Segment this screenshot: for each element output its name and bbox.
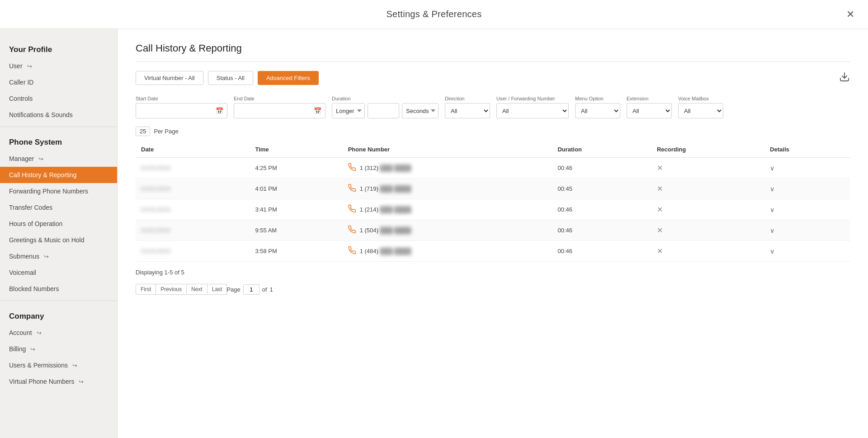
calendar-icon[interactable]: 📅 (216, 107, 223, 114)
advanced-filters-button[interactable]: Advanced Filters (258, 71, 319, 85)
chevron-down-icon[interactable]: ∨ (770, 185, 774, 193)
voice-mailbox-select[interactable]: All (678, 103, 723, 118)
phone-system-section-title: Phone System (0, 131, 117, 151)
sidebar-item-manager[interactable]: Manager ↪ (0, 151, 117, 167)
sidebar-item-greetings[interactable]: Greetings & Music on Hold (0, 232, 117, 248)
cell-details[interactable]: ∨ (764, 199, 850, 220)
your-profile-section-title: Your Profile (0, 38, 117, 58)
sidebar-item-label: Voicemail (9, 269, 36, 276)
cell-details[interactable]: ∨ (764, 220, 850, 241)
calendar-icon[interactable]: 📅 (314, 107, 321, 114)
cell-duration: 00:45 (552, 179, 651, 199)
phone-call-icon (348, 226, 356, 235)
sidebar-item-controls[interactable]: Controls (0, 90, 117, 107)
sidebar-item-notifications[interactable]: Notifications & Sounds (0, 107, 117, 123)
menu-option-select[interactable]: All (575, 103, 620, 118)
cell-details[interactable]: ∨ (764, 179, 850, 199)
phone-call-icon (348, 246, 356, 256)
chevron-down-icon[interactable]: ∨ (770, 248, 774, 255)
external-link-icon: ↪ (79, 378, 84, 385)
pagination-section: Displaying 1-5 of 5 First Previous Next … (136, 269, 850, 295)
chevron-down-icon[interactable]: ∨ (770, 227, 774, 234)
col-duration: Duration (552, 142, 651, 158)
table-body: 01/01/20244:25 PM1 (312) ███-████00:46✕∨… (136, 158, 850, 262)
user-forwarding-select[interactable]: All (496, 103, 569, 118)
no-recording-icon: ✕ (657, 164, 663, 172)
sidebar-item-virtual-phone-numbers[interactable]: Virtual Phone Numbers ↪ (0, 373, 117, 390)
sidebar-item-label: Controls (9, 95, 33, 102)
sidebar: Your Profile User ↪ Caller ID Controls N… (0, 29, 118, 438)
sidebar-item-submenus[interactable]: Submenus ↪ (0, 248, 117, 264)
modal-header: Settings & Preferences ✕ (0, 0, 868, 29)
cell-phone: 1 (214) ███-████ (343, 199, 552, 220)
col-time: Time (250, 142, 342, 158)
modal-body: Your Profile User ↪ Caller ID Controls N… (0, 29, 868, 438)
filter-row: Virtual Number - All Status - All Advanc… (136, 71, 850, 85)
sidebar-item-voicemail[interactable]: Voicemail (0, 264, 117, 281)
duration-comparator-select[interactable]: Longer Shorter Equal (332, 103, 365, 118)
cell-date: 01/01/2024 (136, 179, 250, 199)
cell-details[interactable]: ∨ (764, 158, 850, 179)
sidebar-item-label: Forwarding Phone Numbers (9, 188, 88, 195)
extension-select[interactable]: All (627, 103, 672, 118)
cell-date: 01/01/2024 (136, 220, 250, 241)
sidebar-item-label: Billing (9, 345, 26, 353)
phone-number-text: 1 (484) ███-████ (360, 248, 411, 254)
total-pages: 1 (270, 286, 273, 293)
sidebar-item-hours[interactable]: Hours of Operation (0, 216, 117, 232)
no-recording-icon: ✕ (657, 206, 663, 213)
virtual-number-filter-button[interactable]: Virtual Number - All (136, 71, 203, 85)
first-page-button[interactable]: First (136, 284, 156, 295)
cell-recording: ✕ (651, 179, 764, 199)
duration-unit-select[interactable]: Seconds Minutes (402, 103, 439, 118)
download-button[interactable] (839, 71, 850, 85)
sidebar-item-label: Notifications & Sounds (9, 111, 73, 118)
sidebar-item-label: Caller ID (9, 79, 33, 86)
cell-details[interactable]: ∨ (764, 241, 850, 262)
sidebar-item-user[interactable]: User ↪ (0, 58, 117, 74)
sidebar-item-blocked[interactable]: Blocked Numbers (0, 281, 117, 297)
duration-value-input[interactable] (368, 103, 399, 118)
start-date-label: Start Date (136, 96, 227, 101)
last-page-button[interactable]: Last (207, 284, 227, 295)
sidebar-item-caller-id[interactable]: Caller ID (0, 74, 117, 90)
call-history-table: Date Time Phone Number Duration Recordin… (136, 142, 850, 262)
pagination-row: First Previous Next Last Page of 1 (136, 284, 850, 295)
sidebar-item-forwarding[interactable]: Forwarding Phone Numbers (0, 183, 117, 199)
phone-number-text: 1 (312) ███-████ (360, 165, 411, 171)
sidebar-item-label: Hours of Operation (9, 220, 62, 227)
external-link-icon: ↪ (72, 362, 77, 369)
cell-time: 3:58 PM (250, 241, 342, 262)
chevron-down-icon[interactable]: ∨ (770, 206, 774, 213)
cell-time: 4:01 PM (250, 179, 342, 199)
close-button[interactable]: ✕ (846, 9, 854, 19)
page-number-input[interactable] (243, 284, 259, 295)
chevron-down-icon[interactable]: ∨ (770, 165, 774, 172)
main-content: Call History & Reporting Virtual Number … (118, 29, 868, 438)
sidebar-item-billing[interactable]: Billing ↪ (0, 341, 117, 357)
sidebar-item-account[interactable]: Account ↪ (0, 325, 117, 341)
cell-time: 9:55 AM (250, 220, 342, 241)
next-page-button[interactable]: Next (186, 284, 208, 295)
external-link-icon: ↪ (44, 253, 49, 260)
cell-phone: 1 (719) ███-████ (343, 179, 552, 199)
status-filter-button[interactable]: Status - All (208, 71, 253, 85)
sidebar-item-call-history[interactable]: Call History & Reporting (0, 167, 117, 183)
external-link-icon: ↪ (38, 155, 43, 162)
direction-select[interactable]: All Inbound Outbound (445, 103, 490, 118)
external-link-icon: ↪ (37, 330, 42, 336)
cell-recording: ✕ (651, 158, 764, 179)
cell-phone: 1 (312) ███-████ (343, 158, 552, 179)
per-page-label: Per Page (154, 128, 178, 135)
start-date-input[interactable] (140, 108, 216, 114)
per-page-badge: 25 (136, 127, 150, 136)
duration-group: Duration Longer Shorter Equal Seconds Mi… (332, 96, 439, 118)
page-title: Call History & Reporting (136, 42, 850, 54)
cell-date: 01/01/2024 (136, 199, 250, 220)
sidebar-item-users-permissions[interactable]: Users & Permissions ↪ (0, 357, 117, 373)
menu-option-group: Menu Option All (575, 96, 620, 118)
modal-overlay: Settings & Preferences ✕ Your Profile Us… (0, 0, 868, 438)
previous-page-button[interactable]: Previous (156, 284, 187, 295)
sidebar-item-transfer-codes[interactable]: Transfer Codes (0, 199, 117, 216)
end-date-input[interactable] (238, 108, 314, 114)
